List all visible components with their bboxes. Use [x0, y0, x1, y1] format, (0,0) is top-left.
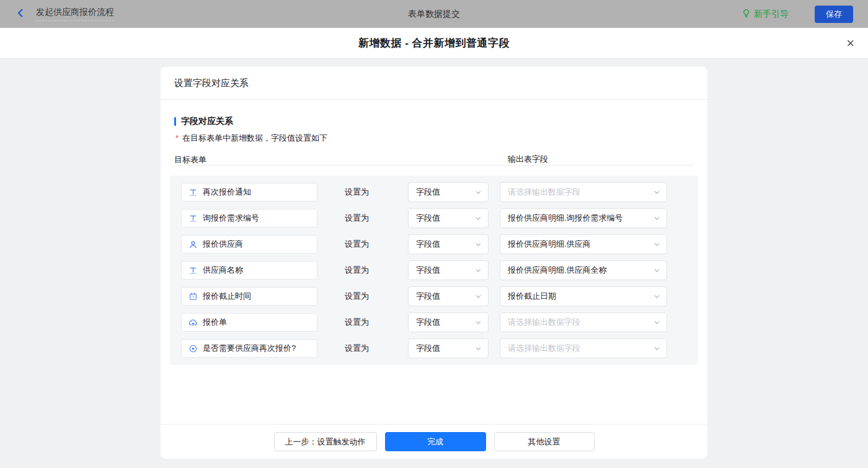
beginner-guide-label: 新手引导 [754, 9, 789, 20]
value-mode-text: 字段值 [416, 317, 471, 328]
output-field-text: 报价供应商明细.供应商全称 [508, 265, 650, 276]
chevron-down-icon [475, 189, 482, 196]
description-text: 在目标表单中新增数据，字段值设置如下 [182, 133, 327, 144]
mapping-row: 7 报价截止时间 设置为 字段值 报价截止日期 [181, 287, 687, 306]
target-field: 7 报价截止时间 [181, 287, 317, 306]
output-field-text: 报价供应商明细.供应商 [508, 239, 650, 250]
column-output-field: 输出表字段 [508, 154, 548, 165]
output-field-select[interactable]: 请选择输出数据字段 [500, 312, 667, 332]
value-mode-text: 字段值 [416, 291, 471, 302]
target-field: 是否需要供应商再次报价? [181, 339, 317, 358]
value-mode-text: 字段值 [416, 239, 471, 250]
value-mode-select[interactable]: 字段值 [408, 182, 489, 202]
target-field: 询报价需求编号 [181, 209, 317, 227]
value-mode-text: 字段值 [416, 213, 471, 224]
chevron-down-icon [475, 241, 482, 248]
done-button[interactable]: 完成 [385, 432, 486, 451]
lightbulb-icon [742, 9, 751, 20]
upload-cloud-icon [188, 317, 198, 327]
other-settings-button[interactable]: 其他设置 [494, 432, 595, 451]
value-mode-select[interactable]: 字段值 [408, 260, 489, 280]
chevron-down-icon [653, 345, 660, 352]
chevron-down-icon [475, 293, 482, 300]
chevron-down-icon [653, 267, 660, 274]
mapping-row: 报价供应商 设置为 字段值 报价供应商明细.供应商 [181, 235, 687, 254]
section-title-label: 字段对应关系 [181, 116, 233, 127]
chevron-down-icon [475, 267, 482, 274]
card-body: 字段对应关系 * 在目标表单中新增数据，字段值设置如下 目标表单 输出表字段 再 [161, 100, 707, 365]
radio-icon [188, 343, 198, 353]
set-as-label: 设置为 [345, 265, 370, 276]
set-as-label: 设置为 [345, 213, 370, 224]
chevron-left-icon [15, 7, 26, 21]
value-mode-select[interactable]: 字段值 [408, 338, 489, 358]
chevron-down-icon [475, 345, 482, 352]
mapping-row: 询报价需求编号 设置为 字段值 报价供应商明细.询报价需求编号 [181, 209, 687, 227]
value-mode-select[interactable]: 字段值 [408, 312, 489, 332]
set-as-label: 设置为 [345, 317, 370, 328]
target-field: 供应商名称 [181, 261, 317, 280]
svg-text:7: 7 [192, 295, 194, 299]
target-field-label: 询报价需求编号 [203, 213, 259, 224]
back-button[interactable] [15, 7, 26, 21]
section-description: * 在目标表单中新增数据，字段值设置如下 [174, 133, 694, 144]
value-mode-select[interactable]: 字段值 [408, 208, 489, 228]
target-field-label: 是否需要供应商再次报价? [203, 343, 296, 354]
output-field-text: 请选择输出数据字段 [508, 343, 650, 354]
text-field-icon [188, 187, 198, 197]
card-header-title: 设置字段对应关系 [161, 67, 707, 100]
mapping-row: 报价单 设置为 字段值 请选择输出数据字段 [181, 313, 687, 332]
set-as-label: 设置为 [345, 187, 370, 198]
flow-title[interactable]: 发起供应商报价流程 [36, 7, 114, 21]
output-field-select[interactable]: 报价供应商明细.供应商全称 [500, 260, 667, 280]
card-footer: 上一步：设置触发动作 完成 其他设置 [161, 424, 707, 459]
value-mode-select[interactable]: 字段值 [408, 286, 489, 306]
value-mode-text: 字段值 [416, 187, 471, 198]
output-field-select[interactable]: 报价截止日期 [500, 286, 667, 306]
mapping-panel: 再次报价通知 设置为 字段值 请选择输出数据字段 [170, 175, 698, 365]
output-field-text: 报价截止日期 [508, 291, 650, 302]
output-field-text: 请选择输出数据字段 [508, 317, 650, 328]
value-mode-text: 字段值 [416, 343, 471, 354]
output-field-text: 报价供应商明细.询报价需求编号 [508, 213, 650, 224]
target-field: 报价供应商 [181, 235, 317, 254]
modal-title-bar: 新增数据 - 合并新增到普通字段 × [0, 28, 868, 59]
top-bar: 发起供应商报价流程 表单数据提交 新手引导 保存 [0, 0, 868, 28]
set-as-label: 设置为 [345, 239, 370, 250]
close-icon[interactable]: × [846, 37, 854, 50]
output-field-select[interactable]: 请选择输出数据字段 [500, 338, 667, 358]
mapping-row: 是否需要供应商再次报价? 设置为 字段值 请选择输出数据字段 [181, 339, 687, 358]
calendar-icon: 7 [188, 291, 198, 301]
settings-card: 设置字段对应关系 字段对应关系 * 在目标表单中新增数据，字段值设置如下 目标表… [161, 67, 707, 459]
modal-title: 新增数据 - 合并新增到普通字段 [358, 36, 510, 50]
target-field-label: 报价截止时间 [203, 291, 251, 302]
target-field: 再次报价通知 [181, 183, 317, 201]
set-as-label: 设置为 [345, 343, 370, 354]
chevron-down-icon [475, 215, 482, 222]
accent-bar [174, 117, 176, 126]
save-button[interactable]: 保存 [815, 6, 853, 23]
value-mode-select[interactable]: 字段值 [408, 234, 489, 254]
target-field-label: 供应商名称 [203, 265, 243, 276]
page-center-title: 表单数据提交 [0, 9, 868, 20]
text-field-icon [188, 265, 198, 275]
mapping-row: 再次报价通知 设置为 字段值 请选择输出数据字段 [181, 183, 687, 201]
column-target-form: 目标表单 [174, 155, 206, 164]
chevron-down-icon [475, 319, 482, 326]
chevron-down-icon [653, 189, 660, 196]
section-title: 字段对应关系 [174, 116, 694, 127]
member-icon [188, 239, 198, 249]
target-field: 报价单 [181, 313, 317, 332]
chevron-down-icon [653, 319, 660, 326]
target-field-label: 再次报价通知 [203, 187, 251, 198]
output-field-select[interactable]: 报价供应商明细.询报价需求编号 [500, 208, 667, 228]
output-field-select[interactable]: 请选择输出数据字段 [500, 182, 667, 202]
previous-step-button[interactable]: 上一步：设置触发动作 [274, 432, 377, 451]
output-field-select[interactable]: 报价供应商明细.供应商 [500, 234, 667, 254]
chevron-down-icon [653, 241, 660, 248]
set-as-label: 设置为 [345, 291, 370, 302]
modal-body: 设置字段对应关系 字段对应关系 * 在目标表单中新增数据，字段值设置如下 目标表… [0, 59, 868, 468]
beginner-guide-link[interactable]: 新手引导 [742, 9, 789, 20]
value-mode-text: 字段值 [416, 265, 471, 276]
chevron-down-icon [653, 293, 660, 300]
